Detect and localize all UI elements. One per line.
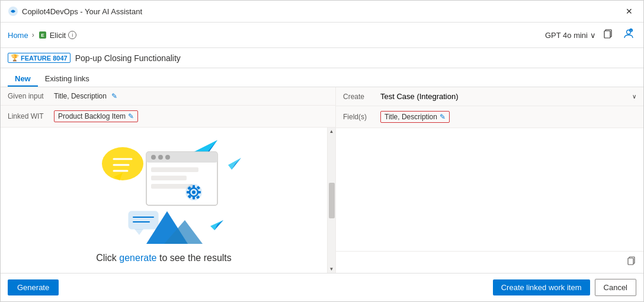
scrollbar-down-arrow[interactable]: ▼: [329, 266, 334, 272]
svg-rect-36: [129, 211, 158, 229]
svg-point-19: [151, 155, 156, 160]
generate-link[interactable]: generate: [119, 253, 156, 263]
svg-point-21: [165, 155, 170, 160]
right-panel: Create Test Case (Integration) ∨ Field(s…: [335, 87, 643, 273]
tabs-bar: New Existing links: [1, 68, 643, 87]
svg-rect-24: [151, 184, 193, 189]
panel-copy-button[interactable]: [624, 254, 639, 271]
create-label: Create: [343, 93, 376, 101]
bottom-bar: Generate Create linked work item Cancel: [1, 273, 643, 301]
linked-wit-edit-icon[interactable]: ✎: [128, 112, 134, 120]
create-dropdown[interactable]: Test Case (Integration): [380, 92, 459, 101]
linked-wit-label: Linked WIT: [8, 112, 49, 120]
fields-label: Field(s): [343, 113, 376, 121]
feature-bar: 🏆 FEATURE 8047 Pop-up Closing Functional…: [1, 48, 643, 68]
header-nav: Home › E Elicit i GPT 4o mini ∨: [1, 23, 643, 48]
copy-icon-area: [336, 251, 643, 273]
elicit-icon: E: [38, 30, 47, 40]
nav-separator: ›: [32, 31, 34, 39]
trophy-icon: 🏆: [11, 54, 19, 62]
close-button[interactable]: ✕: [622, 5, 636, 17]
left-scroll-content: Click generate to see the results: [1, 128, 327, 273]
scroll-area: Click generate to see the results ▲ ▼: [1, 128, 335, 273]
svg-rect-29: [193, 196, 195, 199]
create-linked-button[interactable]: Create linked work item: [493, 279, 590, 295]
create-row: Create Test Case (Integration) ∨: [336, 87, 643, 106]
info-icon[interactable]: i: [68, 31, 76, 39]
title-bar: Copilot4DevOps - Your AI Assistant ✕: [1, 1, 643, 23]
copilot-icon: [8, 6, 18, 17]
tab-new[interactable]: New: [8, 71, 38, 87]
illustration: [75, 128, 253, 247]
svg-rect-22: [151, 167, 198, 172]
scrollbar-up-arrow[interactable]: ▲: [329, 129, 334, 134]
svg-rect-30: [187, 191, 190, 193]
svg-rect-18: [146, 152, 217, 163]
scrollbar-thumb[interactable]: [329, 183, 335, 218]
svg-point-20: [158, 155, 163, 160]
fields-edit-icon[interactable]: ✎: [440, 113, 446, 121]
svg-text:E: E: [41, 33, 44, 38]
tab-existing-links[interactable]: Existing links: [38, 71, 97, 87]
header-nav-left: Home › E Elicit i: [8, 30, 76, 40]
copy-icon: [603, 28, 614, 39]
main-window: Copilot4DevOps - Your AI Assistant ✕ Hom…: [0, 0, 644, 302]
cancel-button[interactable]: Cancel: [595, 279, 636, 296]
create-value: Test Case (Integration): [380, 92, 459, 101]
gpt-chevron: ∨: [590, 31, 596, 40]
svg-rect-45: [628, 258, 633, 265]
fields-value: Title, Description: [385, 113, 437, 121]
svg-marker-37: [134, 229, 143, 235]
generate-prefix: Click: [96, 253, 119, 263]
elicit-nav: E Elicit i: [38, 30, 76, 40]
gpt-dropdown[interactable]: GPT 4o mini ∨: [545, 31, 596, 40]
svg-point-27: [192, 190, 196, 194]
user-icon: !: [623, 28, 634, 39]
popup-title: Pop-up Closing Functionality: [75, 53, 181, 63]
main-content: Given input Title, Description ✎ Linked …: [1, 87, 643, 273]
title-bar-left: Copilot4DevOps - Your AI Assistant: [8, 6, 142, 17]
given-input-edit-icon[interactable]: ✎: [111, 92, 117, 100]
linked-wit-box: Product Backlog Item ✎: [54, 110, 138, 122]
create-chevron-icon[interactable]: ∨: [632, 93, 636, 100]
given-input-value: Title, Description: [54, 92, 107, 100]
generate-button[interactable]: Generate: [8, 279, 59, 295]
left-panel: Given input Title, Description ✎ Linked …: [1, 87, 335, 273]
fields-row: Field(s) Title, Description ✎: [336, 106, 643, 128]
panel-copy-icon: [627, 256, 636, 266]
linked-wit-row: Linked WIT Product Backlog Item ✎: [1, 106, 335, 128]
elicit-label: Elicit: [50, 31, 66, 40]
feature-label: FEATURE 8047: [21, 55, 68, 62]
home-nav-link[interactable]: Home: [8, 31, 28, 40]
svg-rect-23: [151, 176, 187, 180]
illustration-svg: [75, 128, 253, 247]
right-empty-area: [336, 128, 643, 251]
scrollbar[interactable]: ▲ ▼: [327, 128, 335, 273]
bottom-right-actions: Create linked work item Cancel: [493, 279, 636, 296]
generate-suffix: to see the results: [156, 253, 231, 263]
given-input-row: Given input Title, Description ✎: [1, 87, 335, 106]
svg-rect-31: [198, 191, 201, 193]
svg-rect-4: [604, 31, 610, 38]
feature-badge[interactable]: 🏆 FEATURE 8047: [8, 53, 71, 63]
copy-btn[interactable]: [601, 26, 616, 44]
generate-text: Click generate to see the results: [96, 247, 232, 263]
fields-box: Title, Description ✎: [380, 111, 450, 123]
linked-wit-value: Product Backlog Item: [58, 112, 126, 120]
svg-rect-28: [193, 185, 195, 188]
svg-marker-15: [228, 158, 241, 170]
gpt-label: GPT 4o mini: [545, 31, 588, 40]
svg-point-8: [102, 147, 143, 180]
user-btn[interactable]: !: [621, 26, 636, 44]
header-nav-right: GPT 4o mini ∨ !: [545, 26, 636, 44]
create-left: Create Test Case (Integration): [343, 92, 459, 101]
title-bar-text: Copilot4DevOps - Your AI Assistant: [22, 7, 142, 16]
given-input-label: Given input: [8, 92, 49, 100]
